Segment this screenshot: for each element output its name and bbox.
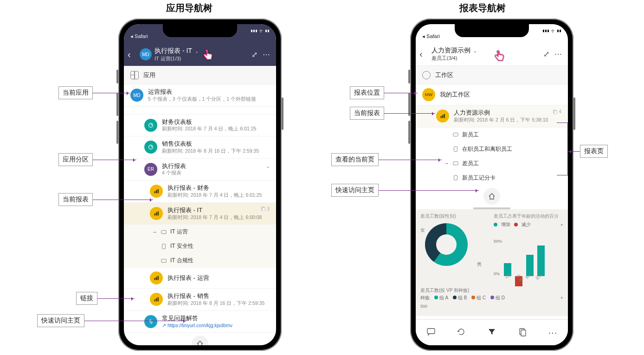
page-landscape-icon	[453, 132, 458, 137]
section-row[interactable]: ER 执行报表 4 个报表 ˄	[124, 159, 276, 181]
back-button[interactable]: ‹	[419, 49, 429, 59]
svg-rect-25	[454, 147, 457, 151]
svg-rect-19	[441, 116, 442, 118]
page-portrait-icon	[453, 146, 458, 152]
svg-rect-17	[156, 298, 157, 302]
donut-chart[interactable]: 差员工数(按性别) 女 男	[420, 213, 490, 284]
chevron-down-icon: ⌄	[473, 48, 477, 53]
app-header: ‹ 人力资源示例⌄ 差员工(3/4) ⤢ ⋯	[416, 43, 568, 66]
callout-current-page: 查看的当前页	[331, 153, 442, 166]
page-portrait-icon	[161, 244, 167, 249]
chevron-right-icon[interactable]: ▸	[561, 222, 563, 227]
callout-link: 链接	[76, 292, 135, 305]
nav-tree-toggle[interactable]: 人力资源示例⌄ 差员工(3/4)	[431, 46, 540, 62]
chevron-right-icon[interactable]: ▸	[561, 295, 563, 301]
callout-current-app: 当前应用	[58, 86, 130, 99]
page-label: IT 安全性	[170, 242, 193, 250]
chart-title: 差员工数(按 VP 和种族)	[420, 287, 563, 294]
app-row[interactable]: MD 运营报表 5 个报表，3 个仪表板，1 个分区，1 个外部链接	[124, 84, 276, 107]
phone-left: 15:56 ◂ Safari ▮▮▮ ᯤ ▮▮ ‹ MD 执行报表 - IT⌄ …	[118, 19, 282, 351]
chart-title: 差员工数(按性别)	[420, 213, 490, 219]
header-title: 执行报表 - IT	[155, 47, 192, 54]
report-page-item[interactable]: 新员工	[416, 128, 568, 142]
bracket-icon	[561, 123, 568, 175]
current-page-arrow-icon: →	[444, 160, 449, 167]
legend-label: 减少	[522, 221, 531, 228]
callout-report-pages: 报表页	[568, 145, 608, 158]
svg-rect-12	[161, 259, 166, 262]
page-label: IT 运营	[170, 228, 188, 236]
report-icon	[150, 271, 163, 284]
more-button[interactable]: ⋯	[260, 50, 272, 59]
header-subtitle: 差员工(3/4)	[431, 55, 540, 62]
app-name: 运营报表	[148, 88, 270, 96]
expand-button[interactable]: ⤢	[540, 50, 552, 58]
expand-button[interactable]: ⤢	[248, 50, 260, 59]
header-subtitle: IT 运营(1/3)	[155, 55, 248, 62]
home-button[interactable]	[192, 336, 208, 345]
item-meta: 刷新时间: 2018 年 7 月 4 日，晚上 6:01:25	[167, 192, 270, 199]
report-page-item[interactable]: IT 安全性	[124, 239, 276, 253]
dashboard-row[interactable]: 销售仪表板 刷新时间: 2018 年 8 月 16 日，下午 2:59:35	[124, 136, 276, 159]
page-landscape-icon	[453, 161, 458, 166]
dashboard-row[interactable]: 财务仪表板 刷新时间: 2018 年 7 月 4 日，晚上 6:01:25	[124, 115, 276, 137]
home-button[interactable]	[483, 188, 500, 205]
workspace-row[interactable]: MW 我的工作区	[416, 84, 568, 105]
section-header-workspace: 工作区	[416, 66, 568, 84]
status-back-to-safari[interactable]: ◂ Safari	[422, 33, 440, 39]
axis-label-male: 男	[477, 261, 482, 268]
svg-rect-18	[158, 297, 159, 302]
workspace-icon	[422, 71, 431, 79]
report-icon	[150, 207, 163, 220]
svg-rect-28	[427, 329, 435, 334]
chevron-down-icon: ⌄	[195, 49, 199, 54]
svg-rect-30	[521, 330, 526, 336]
item-meta: 刷新时间: 2018 年 2 月 6 日，下午 5:38:10	[454, 117, 561, 123]
item-title: 执行报表	[162, 162, 262, 170]
app-icon	[130, 71, 139, 79]
grouped-bar-chart[interactable]: 差员工数(按 VP 和种族) 种族 组 A 组 B 组 C 组 D ▸ 500	[420, 287, 563, 309]
callout-report-location: 报表位置	[350, 86, 418, 99]
svg-rect-6	[156, 212, 157, 215]
status-indicators-icon: ▮▮▮ ᯤ ▮▮	[251, 28, 270, 34]
page-landscape-icon	[161, 258, 167, 264]
legend-label: 种族	[420, 295, 430, 301]
status-back-to-safari[interactable]: ◂ Safari	[130, 33, 148, 39]
item-meta: 刷新时间: 2018 年 8 月 16 日，下午 2:59:35	[167, 300, 270, 307]
nav-tree-toggle[interactable]: 执行报表 - IT⌄ IT 运营(1/3)	[155, 47, 248, 62]
svg-rect-11	[162, 244, 166, 249]
back-button[interactable]: ‹	[128, 49, 137, 60]
heading-right: 报表导航树	[459, 2, 506, 14]
comment-button[interactable]	[426, 327, 436, 338]
app-header: ‹ MD 执行报表 - IT⌄ IT 运营(1/3) ⤢ ⋯	[124, 43, 276, 66]
legend-label: 增加	[501, 221, 510, 228]
report-page-item[interactable]: 新员工记分卡	[416, 171, 568, 185]
section-label: 工作区	[435, 71, 453, 79]
legend-label: 组 A	[439, 295, 448, 300]
report-page-item[interactable]: IT 合规性	[124, 253, 276, 268]
svg-rect-9	[263, 208, 265, 212]
svg-rect-27	[454, 175, 457, 180]
donut-icon	[425, 223, 468, 266]
bar-icon	[537, 245, 545, 276]
legend-label: 组 B	[458, 295, 467, 300]
svg-rect-7	[158, 212, 159, 216]
svg-rect-2	[155, 191, 155, 193]
refresh-button[interactable]	[457, 327, 466, 338]
header-title: 人力资源示例	[431, 46, 470, 54]
item-title: 我的工作区	[440, 91, 561, 99]
pages-button[interactable]	[518, 327, 527, 338]
page-portrait-icon	[453, 175, 458, 181]
item-title: 财务仪表板	[162, 118, 270, 126]
bar-chart[interactable]: 差员工占基于年龄的活动的百分 增加 减少 ▸ 50% 0%	[494, 213, 563, 284]
more-button[interactable]: ⋯	[552, 50, 564, 58]
report-page-item[interactable]: → IT 运营	[124, 225, 276, 239]
report-row[interactable]: 执行报表 - 运营	[124, 268, 276, 289]
report-row[interactable]: 执行报表 - 销售 刷新时间: 2018 年 8 月 16 日，下午 2:59:…	[124, 289, 276, 311]
current-report-row[interactable]: 人力资源示例 刷新时间: 2018 年 2 月 6 日，下午 5:38:10 4	[416, 105, 568, 128]
workspace-avatar-icon: MW	[422, 88, 435, 101]
svg-rect-24	[453, 133, 458, 136]
filter-button[interactable]	[487, 327, 496, 338]
page-count-badge: 3	[261, 207, 270, 212]
more-button[interactable]: ⋯	[548, 327, 557, 338]
